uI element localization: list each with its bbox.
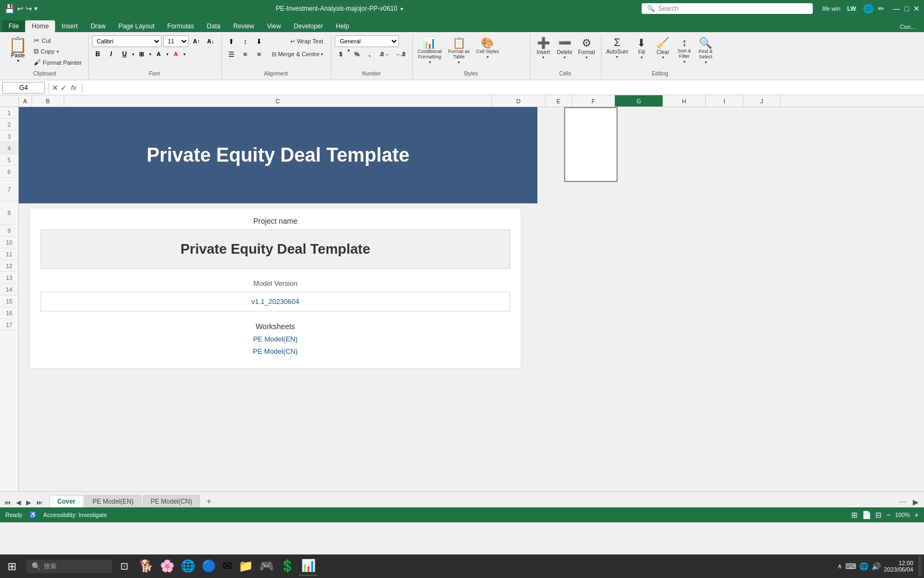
format-as-table-button[interactable]: 📋 Format asTable ▾	[446, 35, 472, 66]
confirm-icon[interactable]: ✓	[60, 83, 67, 92]
fill-color-dropdown[interactable]: ▾	[166, 52, 168, 57]
paste-dropdown[interactable]: ▾	[17, 58, 19, 63]
keyboard-icon[interactable]: ⌨	[845, 562, 856, 571]
align-top-button[interactable]: ⬆	[225, 35, 238, 47]
last-sheet-icon[interactable]: ⏭	[34, 498, 45, 507]
taskbar-search[interactable]: 🔍 搜索	[26, 560, 112, 573]
cell-reference-box[interactable]	[2, 82, 45, 94]
col-header-g[interactable]: G	[615, 95, 663, 107]
taskbar-app-ie[interactable]: 🌐	[179, 557, 197, 575]
clear-dropdown[interactable]: ▾	[662, 55, 664, 60]
taskbar-app-excel[interactable]: 📊	[299, 557, 318, 576]
tab-view[interactable]: View	[261, 20, 288, 32]
border-dropdown[interactable]: ▾	[149, 52, 151, 57]
close-icon[interactable]: ✕	[913, 4, 920, 13]
tab-insert[interactable]: Insert	[55, 20, 84, 32]
format-dropdown[interactable]: ▾	[586, 55, 588, 60]
row-1[interactable]: 1	[0, 107, 18, 119]
start-button[interactable]: ⊞	[2, 558, 22, 575]
clear-button[interactable]: 🧹 Clear ▾	[653, 35, 673, 61]
tab-help[interactable]: Help	[329, 20, 356, 32]
sheet-tab-cover[interactable]: Cover	[49, 495, 83, 507]
clock[interactable]: 12:00 2023/06/04	[884, 560, 913, 573]
merge-dropdown[interactable]: ▾	[321, 52, 323, 57]
row-5[interactable]: 5	[0, 154, 18, 166]
sheet-tab-pe-en[interactable]: PE Model(EN)	[84, 495, 142, 507]
taskbar-app-flowers[interactable]: 🌸	[158, 557, 176, 575]
worksheet-en-link[interactable]: PE Model(EN)	[30, 333, 521, 345]
add-sheet-button[interactable]: +	[202, 496, 215, 507]
format-table-dropdown[interactable]: ▾	[458, 60, 460, 65]
col-header-c[interactable]: C	[64, 95, 492, 107]
format-button[interactable]: ⚙ Format ▾	[576, 35, 597, 61]
taskbar-app-cat[interactable]: 🐕	[137, 557, 156, 575]
row-8[interactable]: 8	[0, 201, 18, 225]
cond-format-dropdown[interactable]: ▾	[429, 60, 431, 65]
cancel-icon[interactable]: ✕	[52, 83, 58, 92]
taskbar-app-finance[interactable]: 💲	[278, 557, 297, 575]
corner-cell[interactable]	[0, 95, 18, 107]
tab-formulas[interactable]: Formulas	[161, 20, 201, 32]
tab-file[interactable]: File	[2, 20, 25, 32]
row-14[interactable]: 14	[0, 284, 18, 295]
delete-button[interactable]: ➖ Delete ▾	[555, 35, 574, 61]
row-13[interactable]: 13	[0, 272, 18, 284]
autosum-button[interactable]: Σ AutoSum ▾	[605, 35, 630, 60]
cell-styles-button[interactable]: 🎨 Cell Styles ▾	[475, 35, 501, 60]
currency-button[interactable]: $	[335, 48, 346, 60]
row-10[interactable]: 10	[0, 237, 18, 248]
insert-button[interactable]: ➕ Insert ▾	[534, 35, 553, 61]
autosum-dropdown[interactable]: ▾	[616, 55, 618, 59]
fill-color-button[interactable]: A	[153, 48, 165, 60]
worksheet-cn-link[interactable]: PE Model(CN)	[30, 345, 521, 358]
font-size-select[interactable]: 11	[163, 35, 189, 47]
format-painter-button[interactable]: 🖌 Format Painter	[32, 57, 84, 67]
align-bottom-button[interactable]: ⬇	[253, 35, 266, 47]
scroll-right-icon[interactable]: ▶	[910, 497, 922, 507]
formula-input[interactable]	[86, 83, 922, 93]
tab-draw[interactable]: Draw	[84, 20, 112, 32]
row-17[interactable]: 17	[0, 319, 18, 331]
row-4[interactable]: 4	[0, 142, 18, 154]
row-12[interactable]: 12	[0, 260, 18, 272]
italic-button[interactable]: I	[105, 48, 117, 60]
task-view-button[interactable]: ⊡	[116, 558, 133, 574]
col-header-b[interactable]: B	[32, 95, 64, 107]
sort-filter-dropdown[interactable]: ▾	[683, 59, 686, 64]
font-name-select[interactable]: Calibri	[92, 35, 161, 47]
col-header-j[interactable]: J	[743, 95, 781, 107]
maximize-icon[interactable]: □	[905, 4, 909, 13]
comma-button[interactable]: ,	[364, 48, 375, 60]
col-header-a[interactable]: A	[19, 95, 32, 107]
align-center-button[interactable]: ≡	[239, 48, 252, 60]
copy-button[interactable]: ⧉ Copy ▾	[32, 46, 84, 57]
col-header-i[interactable]: I	[706, 95, 743, 107]
search-bar[interactable]: 🔍 Search	[642, 3, 813, 14]
underline-button[interactable]: U	[119, 48, 130, 60]
row-6[interactable]: 6	[0, 166, 18, 178]
pen-icon[interactable]: ✏	[878, 4, 884, 13]
currency-dropdown[interactable]: ▾	[348, 48, 350, 60]
paste-button[interactable]: 📋 Paste ▾	[5, 35, 30, 65]
system-tray-up[interactable]: ∧	[837, 562, 842, 570]
taskbar-app-edge[interactable]: 🔵	[199, 557, 218, 575]
align-middle-button[interactable]: ↕	[239, 35, 252, 47]
dropdown-arrow-icon[interactable]: ▾	[401, 6, 403, 12]
percent-button[interactable]: %	[351, 48, 363, 60]
redo-icon[interactable]: ↪	[26, 4, 32, 13]
speaker-icon[interactable]: 🔊	[872, 562, 881, 571]
row-16[interactable]: 16	[0, 307, 18, 319]
col-header-h[interactable]: H	[663, 95, 706, 107]
row-9[interactable]: 9	[0, 225, 18, 237]
align-left-button[interactable]: ☰	[225, 48, 238, 60]
view-layout-icon[interactable]: 📄	[862, 511, 871, 519]
view-page-break-icon[interactable]: ⊟	[875, 511, 882, 519]
fill-dropdown[interactable]: ▾	[641, 55, 643, 60]
cell-styles-dropdown[interactable]: ▾	[487, 55, 489, 59]
border-button[interactable]: ⊞	[136, 48, 148, 60]
row-3[interactable]: 3	[0, 131, 18, 142]
network-icon[interactable]: 🌐	[859, 562, 868, 571]
row-15[interactable]: 15	[0, 295, 18, 307]
tab-home[interactable]: Home	[25, 20, 55, 32]
sheet-tab-pe-cn[interactable]: PE Model(CN)	[143, 495, 200, 507]
